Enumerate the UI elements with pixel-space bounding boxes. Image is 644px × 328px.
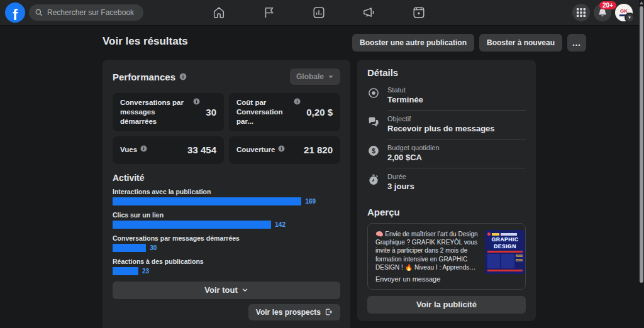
- apps-menu-button[interactable]: [572, 4, 590, 21]
- header-actions: Booster une autre publication Booster à …: [352, 34, 586, 52]
- account-avatar[interactable]: GK ▾: [615, 4, 633, 21]
- insights-chart-icon[interactable]: [311, 5, 326, 20]
- ad-body-text: 🧠 Envie de maîtriser l’art du Design Gra…: [375, 230, 479, 271]
- ad-thumb-stripe: [487, 270, 523, 271]
- activity-label: Réactions à des publications: [113, 258, 340, 265]
- vertical-scrollbar[interactable]: [639, 0, 644, 328]
- metric-card-reach: Couverture 21 820: [229, 136, 340, 164]
- metric-label: Couverture: [236, 145, 275, 155]
- metric-label: Coût par Conversation par...: [236, 98, 291, 126]
- ad-image-thumbnail[interactable]: GRAPHIC DESIGN 5000 8500: [485, 230, 525, 274]
- activity-value: 23: [142, 268, 149, 275]
- metric-value: 21 820: [304, 145, 333, 155]
- video-reels-icon[interactable]: [411, 5, 426, 20]
- search-input[interactable]: Rechercher sur Facebook: [29, 4, 143, 21]
- ad-thumb-line2: DESIGN: [487, 244, 523, 249]
- activity-row-reactions: Réactions à des publications 23: [113, 258, 340, 275]
- metric-value: 0,20 $: [306, 107, 333, 118]
- svg-text:$: $: [372, 148, 375, 155]
- apps-grid-icon: [576, 8, 586, 18]
- stopwatch-icon: [367, 173, 380, 186]
- info-icon[interactable]: [193, 98, 201, 106]
- detail-value: Recevoir plus de messages: [387, 124, 526, 133]
- boost-again-button[interactable]: Booster à nouveau: [479, 34, 562, 52]
- view-ad-button[interactable]: Voir la publicité: [367, 296, 526, 314]
- notification-count-badge: 20+: [599, 1, 616, 9]
- activity-row-link-clicks: Clics sur un lien 142: [113, 211, 340, 229]
- activity-row-interactions: Interactions avec la publication 169: [113, 188, 340, 205]
- activity-label: Clics sur un lien: [113, 211, 340, 219]
- scope-selector-dropdown[interactable]: Globale: [290, 68, 340, 85]
- info-icon[interactable]: [294, 98, 301, 106]
- top-navigation-bar: f Rechercher sur Facebook 20+: [0, 0, 644, 25]
- status-icon: [367, 87, 380, 99]
- detail-row-status: Statut Terminée: [367, 82, 526, 111]
- boost-other-post-button[interactable]: Booster une autre publication: [352, 34, 474, 52]
- chevron-down-icon: [328, 74, 334, 80]
- activity-title: Activité: [113, 173, 340, 183]
- activity-bar: [113, 244, 146, 252]
- activity-bar: [113, 267, 138, 275]
- info-icon[interactable]: [140, 145, 148, 153]
- home-icon[interactable]: [211, 5, 226, 20]
- dollar-coin-icon: $: [367, 145, 380, 157]
- ad-thumb-price: 5000: [516, 254, 523, 258]
- activity-bar: [113, 221, 271, 229]
- detail-value: 2,00 $CA: [387, 153, 526, 162]
- detail-label: Durée: [387, 173, 526, 180]
- send-message-cta[interactable]: Envoyer un message: [375, 275, 479, 283]
- ad-thumb-line1: GRAPHIC: [487, 237, 523, 243]
- more-options-button[interactable]: …: [567, 34, 586, 52]
- metric-card-views: Vues 33 454: [113, 136, 224, 164]
- see-leads-button[interactable]: Voir les prospects: [248, 304, 340, 320]
- ad-text-block: 🧠 Envie de maîtriser l’art du Design Gra…: [375, 230, 479, 283]
- scope-selector-value: Globale: [296, 72, 324, 81]
- metric-label: Conversations par messages démarrées: [120, 98, 190, 126]
- facebook-ad-results-page: f Rechercher sur Facebook 20+: [0, 0, 644, 328]
- ad-thumb-stripe: [487, 251, 523, 253]
- ad-thumb-header: [487, 232, 523, 236]
- export-icon: [325, 308, 333, 316]
- activity-bar: [113, 197, 301, 205]
- chevron-down-icon: ▾: [625, 13, 635, 23]
- preview-panel: Aperçu 🧠 Envie de maîtriser l’art du Des…: [357, 200, 536, 321]
- nav-right-cluster: 20+ GK ▾: [572, 4, 633, 21]
- info-icon[interactable]: [278, 145, 286, 153]
- metric-cards: Conversations par messages démarrées 30 …: [113, 93, 340, 164]
- metric-card-cost: Coût par Conversation par... 0,20 $: [229, 93, 340, 131]
- activity-bar-chart: Interactions avec la publication 169 Cli…: [113, 188, 340, 275]
- search-icon: [35, 9, 43, 16]
- detail-label: Statut: [387, 86, 526, 94]
- messages-icon: [367, 116, 380, 128]
- facebook-logo[interactable]: f: [5, 3, 25, 23]
- preview-title: Aperçu: [367, 207, 526, 217]
- metric-label: Vues: [120, 145, 137, 155]
- performances-panel: Performances Globale Conversations par m…: [103, 60, 350, 328]
- scrollbar-thumb[interactable]: [640, 6, 643, 283]
- scroll-up-arrow[interactable]: [640, 1, 643, 4]
- pages-flag-icon[interactable]: [262, 5, 277, 20]
- chevron-down-icon: [242, 287, 248, 293]
- see-all-label: Voir tout: [204, 285, 237, 295]
- view-ad-label: Voir la publicité: [416, 300, 477, 309]
- activity-label: Conversations par messages démarrées: [113, 234, 340, 242]
- page-title: Voir les résultats: [103, 35, 188, 48]
- ad-thumb-price: 8500: [516, 258, 523, 262]
- detail-row-budget: $ Budget quotidien 2,00 $CA: [367, 139, 526, 168]
- detail-label: Budget quotidien: [387, 144, 526, 151]
- metric-card-conversations: Conversations par messages démarrées 30: [113, 93, 224, 131]
- detail-value: Terminée: [387, 95, 526, 104]
- info-icon[interactable]: [179, 73, 187, 80]
- see-all-activity-button[interactable]: Voir tout: [113, 282, 340, 299]
- ad-preview-card[interactable]: 🧠 Envie de maîtriser l’art du Design Gra…: [367, 223, 526, 290]
- see-leads-label: Voir les prospects: [256, 308, 321, 317]
- activity-row-conversations: Conversations par messages démarrées 30: [113, 234, 340, 252]
- details-title: Détails: [367, 67, 526, 78]
- detail-row-duration: Durée 3 jours: [367, 168, 526, 197]
- performances-title: Performances: [113, 72, 175, 82]
- activity-value: 169: [305, 198, 316, 205]
- detail-label: Objectif: [387, 115, 526, 123]
- detail-value: 3 jours: [387, 182, 526, 191]
- activity-value: 30: [150, 244, 157, 251]
- ad-center-megaphone-icon[interactable]: [362, 5, 377, 20]
